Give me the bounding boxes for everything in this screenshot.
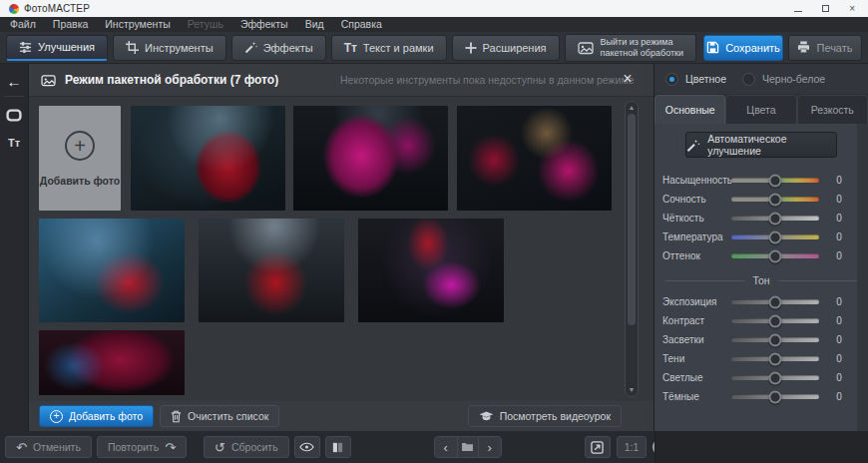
slider-thumb[interactable] (769, 314, 782, 327)
tab-effects[interactable]: Эффекты (231, 35, 326, 61)
slider-row: Температура 0 (654, 228, 868, 246)
reset-icon: ↺ (215, 441, 225, 454)
photo-thumbnail[interactable] (199, 219, 344, 322)
scroll-up-icon[interactable]: ▲ (626, 103, 638, 113)
shadows-slider[interactable] (731, 356, 819, 361)
add-photo-button[interactable]: + Добавить фото (39, 405, 154, 427)
watch-tutorial-button[interactable]: Посмотреть видеоурок (468, 405, 622, 427)
sliders-icon (19, 41, 32, 54)
scroll-down-icon[interactable]: ▼ (626, 385, 638, 395)
vibrance-slider[interactable] (731, 197, 819, 202)
photo-thumbnail[interactable] (457, 106, 612, 211)
plus-icon (465, 42, 477, 54)
next-photo-button[interactable]: › (479, 437, 501, 457)
right-panel-scroll-track[interactable] (857, 124, 868, 431)
slider-row: Сочность 0 (654, 190, 868, 209)
plus-circle-icon: + (65, 131, 95, 161)
color-mode-radio[interactable]: Цветное (665, 73, 726, 86)
save-button[interactable]: Сохранить (703, 35, 783, 61)
app-logo-icon (9, 4, 19, 14)
slider-thumb[interactable] (769, 333, 782, 346)
print-button[interactable]: Печать (788, 35, 862, 61)
open-folder-button[interactable] (457, 437, 479, 457)
app-window: ФотоМАСТЕР × Файл Правка Инструменты Рет… (0, 0, 868, 463)
menu-view[interactable]: Вид (305, 19, 324, 30)
clarity-slider[interactable] (731, 216, 819, 221)
titlebar: ФотоМАСТЕР × (0, 0, 868, 17)
tab-sharpness[interactable]: Резкость (797, 95, 868, 124)
fit-to-screen-button[interactable] (585, 436, 611, 458)
minimize-icon[interactable] (794, 6, 802, 12)
undo-icon: ↶ (16, 441, 27, 454)
menu-edit[interactable]: Правка (53, 19, 88, 30)
whites-slider[interactable] (731, 375, 819, 380)
preview-original-button[interactable] (294, 436, 320, 458)
batch-panel: Режим пакетной обработки (7 фото) Некото… (28, 64, 654, 431)
menu-file[interactable]: Файл (10, 19, 36, 30)
menu-help[interactable]: Справка (341, 19, 382, 30)
slider-thumb[interactable] (769, 174, 782, 187)
close-batch-icon[interactable]: × (618, 69, 638, 89)
before-after-button[interactable] (325, 436, 351, 458)
prev-photo-button[interactable]: ‹ (435, 437, 457, 457)
menu-effects[interactable]: Эффекты (240, 19, 288, 30)
vignette-tool-button[interactable] (0, 105, 28, 125)
undo-button[interactable]: ↶ Отменить (5, 436, 92, 458)
slider-row: Оттенок 0 (654, 246, 868, 265)
exposure-slider[interactable] (731, 299, 819, 304)
tab-text-frames[interactable]: Tт Текст и рамки (331, 35, 447, 61)
slider-row: Насыщенность 0 (654, 171, 868, 190)
tint-slider[interactable] (731, 253, 819, 258)
redo-button[interactable]: Повторить ↷ (97, 436, 187, 458)
photo-thumbnail[interactable] (39, 330, 185, 395)
plus-circle-icon: + (50, 410, 63, 423)
slider-thumb[interactable] (769, 371, 782, 384)
slider-row: Тени 0 (654, 349, 868, 368)
statusbar: ↶ Отменить Повторить ↷ ↺ Сбросить ‹ › (0, 431, 868, 463)
slider-thumb[interactable] (769, 193, 782, 206)
temperature-slider[interactable] (731, 234, 819, 239)
back-button[interactable]: ← (0, 72, 28, 92)
photo-thumbnail[interactable] (293, 106, 448, 211)
batch-notice: Некоторые инструменты пока недоступны в … (340, 74, 635, 86)
basic-tab-panel: Автоматическое улучшение Насыщенность 0 … (654, 124, 868, 431)
photo-thumbnail[interactable] (131, 106, 285, 211)
reset-button[interactable]: ↺ Сбросить (204, 436, 289, 458)
slider-thumb[interactable] (769, 249, 782, 262)
tab-extensions[interactable]: Расширения (452, 35, 560, 61)
photo-thumbnail[interactable] (358, 219, 504, 322)
slider-thumb[interactable] (769, 231, 782, 243)
clear-list-button[interactable]: Очистить список (160, 405, 279, 427)
slider-row: Экспозиция 0 (654, 292, 868, 311)
color-mode-row: Цветное Черно-белое (654, 64, 868, 94)
tab-tools[interactable]: Инструменты (113, 35, 226, 61)
scrollbar-thumb[interactable] (628, 114, 636, 325)
tab-basic[interactable]: Основные (654, 95, 725, 124)
text-tool-button[interactable]: Tт (0, 133, 28, 153)
auto-enhance-button[interactable]: Автоматическое улучшение (685, 132, 837, 158)
grid-scrollbar[interactable]: ▲ ▼ (625, 101, 639, 397)
window-controls: × (794, 4, 859, 14)
saturation-slider[interactable] (731, 178, 819, 183)
restore-icon[interactable] (822, 5, 829, 12)
slider-thumb[interactable] (769, 352, 782, 365)
highlights-slider[interactable] (731, 337, 819, 342)
tab-enhancements[interactable]: Улучшения (6, 35, 108, 61)
slider-thumb[interactable] (769, 212, 782, 225)
magic-wand-stars-icon (686, 139, 700, 152)
radio-selected-icon (665, 73, 678, 86)
actual-size-button[interactable]: 1:1 (617, 436, 648, 458)
blacks-slider[interactable] (731, 394, 819, 399)
add-photo-tile[interactable]: + Добавить фото (39, 106, 121, 211)
slider-thumb[interactable] (769, 295, 782, 308)
close-icon[interactable]: × (849, 4, 855, 14)
bw-mode-radio[interactable]: Черно-белое (742, 73, 825, 86)
contrast-slider[interactable] (731, 318, 819, 323)
floppy-icon (706, 41, 719, 54)
photo-thumbnail[interactable] (39, 219, 185, 322)
slider-thumb[interactable] (769, 390, 782, 403)
tab-colors[interactable]: Цвета (725, 95, 796, 124)
exit-batch-mode-button[interactable]: Выйти из режимапакетной обработки (565, 34, 696, 62)
slider-row: Контраст 0 (654, 311, 868, 330)
menu-tools[interactable]: Инструменты (105, 19, 170, 30)
